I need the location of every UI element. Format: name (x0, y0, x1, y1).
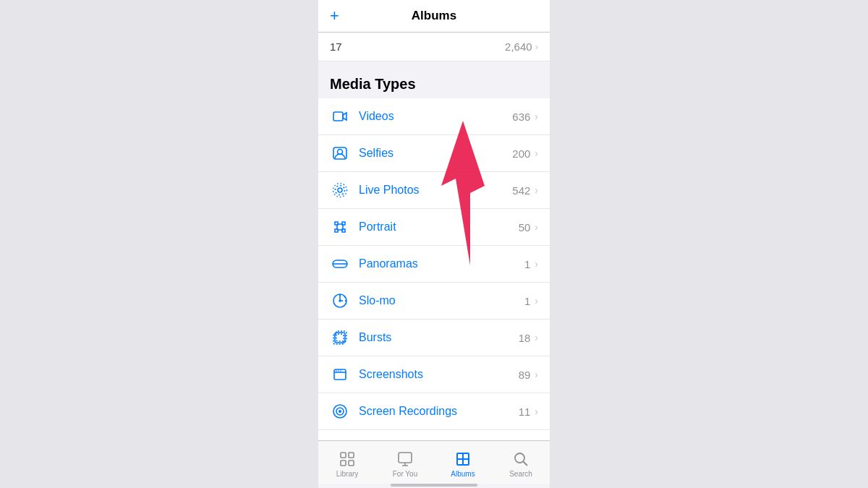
portrait-icon (330, 217, 350, 237)
svg-point-21 (338, 370, 339, 372)
live-photos-icon (330, 180, 350, 200)
screenshots-chevron: › (535, 369, 538, 380)
home-bar (391, 484, 477, 487)
screen-recording-icon (330, 401, 350, 421)
videos-chevron: › (535, 111, 538, 122)
svg-rect-34 (458, 454, 462, 458)
animated-icon (330, 438, 350, 440)
screenshot-icon (330, 364, 350, 385)
previous-album-row[interactable]: 17 2,640 › (318, 33, 550, 61)
albums-tab-label: Albums (451, 470, 475, 478)
slomo-chevron: › (535, 295, 538, 307)
svg-point-25 (339, 410, 341, 413)
album-count-right: 2,640 (505, 40, 532, 53)
library-tab-label: Library (336, 470, 359, 478)
bursts-count: 18 (519, 332, 531, 344)
list-item-panoramas[interactable]: Panoramas 1 › (318, 246, 550, 283)
svg-rect-37 (464, 460, 468, 464)
svg-point-38 (515, 453, 524, 463)
tab-search[interactable]: Search (492, 450, 550, 478)
videos-label: Videos (359, 110, 512, 123)
media-types-list: Videos 636 › Selfies 200 › (318, 98, 550, 440)
albums-header: + Albums (318, 0, 550, 33)
videos-count: 636 (512, 111, 530, 123)
list-item-live-photos[interactable]: Live Photos 542 › (318, 172, 550, 209)
tab-for-you[interactable]: For You (376, 450, 434, 478)
panoramas-label: Panoramas (359, 257, 524, 270)
selfies-count: 200 (512, 147, 530, 160)
live-photos-chevron: › (535, 184, 538, 196)
portrait-count: 50 (519, 221, 531, 234)
svg-rect-29 (349, 453, 354, 458)
screenshots-label: Screenshots (359, 368, 519, 381)
screen-recordings-count: 11 (519, 406, 531, 418)
slomo-label: Slo-mo (359, 294, 524, 307)
svg-point-3 (338, 188, 342, 192)
svg-rect-32 (399, 453, 412, 463)
svg-line-14 (344, 296, 345, 297)
chevron-icon: › (535, 41, 538, 52)
tab-library[interactable]: Library (318, 450, 376, 478)
slomo-count: 1 (524, 295, 530, 307)
svg-point-20 (336, 370, 337, 372)
svg-point-22 (340, 370, 341, 372)
list-item-animated[interactable]: Animated 1 › (318, 430, 550, 440)
svg-point-4 (336, 186, 345, 195)
burst-icon (330, 328, 350, 348)
media-types-section-header: Media Types (318, 61, 550, 98)
content-scroll[interactable]: 17 2,640 › Media Types Videos 636 › (318, 33, 550, 440)
live-photos-count: 542 (512, 184, 530, 197)
list-item-portrait[interactable]: Portrait 50 › (318, 209, 550, 246)
screenshots-count: 89 (519, 369, 531, 381)
svg-rect-35 (464, 454, 468, 458)
panoramas-chevron: › (535, 258, 538, 270)
svg-rect-30 (341, 461, 346, 466)
list-item-screenshots[interactable]: Screenshots 89 › (318, 356, 550, 393)
tab-albums[interactable]: Albums (434, 450, 492, 478)
album-count-left: 17 (330, 40, 342, 53)
screen-recordings-chevron: › (535, 406, 538, 417)
for-you-tab-label: For You (393, 470, 417, 478)
list-item-slomo[interactable]: Slo-mo 1 › (318, 283, 550, 320)
portrait-chevron: › (535, 221, 538, 233)
svg-rect-31 (349, 461, 354, 466)
header-title: Albums (412, 9, 456, 23)
selfies-chevron: › (535, 147, 538, 159)
live-photos-label: Live Photos (359, 184, 512, 197)
svg-rect-28 (341, 453, 346, 458)
search-tab-icon (511, 450, 530, 468)
albums-tab-icon (454, 450, 472, 468)
list-item-selfies[interactable]: Selfies 200 › (318, 135, 550, 172)
panoramas-count: 1 (524, 258, 530, 270)
screen-recordings-label: Screen Recordings (359, 405, 519, 418)
svg-rect-36 (458, 460, 462, 464)
home-indicator (318, 484, 550, 488)
library-tab-icon (338, 450, 357, 468)
svg-rect-0 (333, 112, 343, 121)
selfie-icon (330, 143, 350, 163)
search-tab-label: Search (509, 470, 532, 478)
slomo-icon (330, 291, 350, 311)
list-item-videos[interactable]: Videos 636 › (318, 98, 550, 135)
bursts-label: Bursts (359, 331, 519, 344)
portrait-label: Portrait (359, 221, 519, 234)
list-item-bursts[interactable]: Bursts 18 › (318, 320, 550, 356)
bursts-chevron: › (535, 332, 538, 343)
for-you-tab-icon (396, 450, 414, 468)
tab-bar: Library For You (318, 440, 550, 484)
svg-line-39 (524, 462, 528, 466)
selfies-label: Selfies (359, 147, 512, 160)
video-icon (330, 106, 350, 127)
phone-frame: + Albums 17 2,640 › Media Types (318, 0, 550, 488)
panorama-icon (330, 254, 350, 274)
add-album-button[interactable]: + (330, 7, 339, 25)
list-item-screen-recordings[interactable]: Screen Recordings 11 › (318, 393, 550, 430)
svg-point-12 (339, 300, 341, 301)
